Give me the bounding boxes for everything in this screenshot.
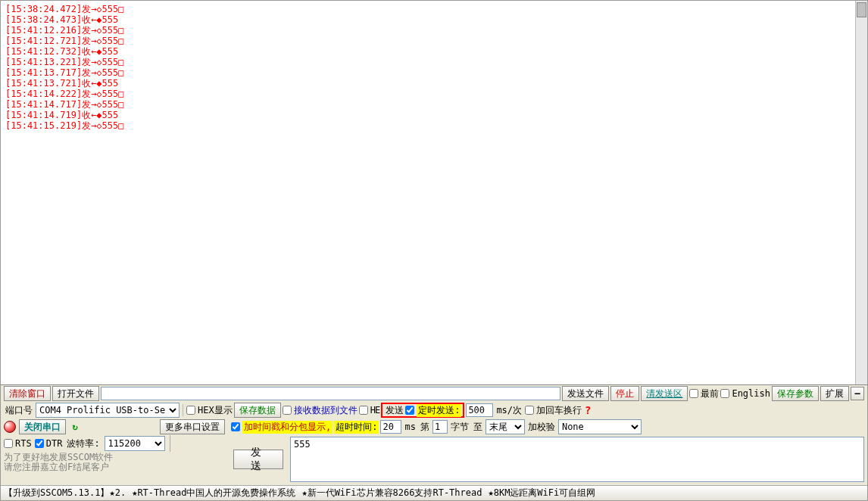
toolbar-row-3: 关闭串口 ↻ 更多串口设置 (1, 419, 228, 435)
status-bar: 【升级到SSCOM5.13.1】★2. ★RT-Thread中国人的开源免费操作… (1, 485, 867, 500)
stop-button[interactable]: 停止 (610, 386, 639, 401)
topmost-checkbox[interactable]: 最前 (689, 387, 719, 400)
port-label: 端口号 (4, 404, 34, 417)
send-period-input[interactable] (466, 403, 493, 417)
end-combo[interactable]: 末尾 (486, 419, 525, 434)
collapse-button[interactable]: — (851, 387, 864, 400)
nth-label: 第 (419, 421, 431, 434)
expand-button[interactable]: 扩展 (820, 386, 849, 401)
control-panel: 清除窗口 打开文件 发送文件 停止 清发送区 最前 English 保存参数 扩… (1, 384, 867, 485)
help-icon[interactable]: ? (583, 404, 591, 416)
status-upgrade[interactable]: 【升级到SSCOM5.13.1】★2. (4, 487, 126, 499)
more-settings-button[interactable]: 更多串口设置 (160, 419, 225, 434)
timeout-label: 超时时间: (334, 421, 379, 434)
send-word: 发送 (384, 404, 405, 417)
scrollbar-vertical[interactable] (855, 1, 867, 384)
serial-log[interactable]: [15:38:24.472]发→◇555□ [15:38:24.473]收←◆5… (1, 1, 867, 384)
byte-label: 字节 (449, 421, 470, 434)
period-unit: ms/次 (495, 404, 523, 417)
file-path-input[interactable] (101, 387, 560, 400)
port-combo[interactable]: COM4 Prolific USB-to-Seria (36, 403, 180, 418)
toolbar-row-4: RTS DTR 波特率: 115200 (1, 435, 228, 452)
hex-display-checkbox[interactable]: HEX显示 (186, 404, 233, 417)
save-params-button[interactable]: 保存参数 (772, 386, 819, 401)
highlight-timed-send: 发送 定时发送: (381, 403, 464, 418)
timestamp-checkbox[interactable]: 加时间戳和分包显示, (231, 421, 333, 434)
nth-input[interactable] (432, 420, 448, 434)
baud-combo[interactable]: 115200 (105, 436, 165, 451)
clear-window-button[interactable]: 清除窗口 (4, 386, 51, 401)
send-file-button[interactable]: 发送文件 (562, 386, 609, 401)
english-checkbox[interactable]: English (720, 388, 770, 399)
status-rtthread[interactable]: ★RT-Thread中国人的开源免费操作系统 (132, 487, 295, 499)
timestamp-row: 加时间戳和分包显示, 超时时间: ms 第 字节 至 末尾 加校验 None (228, 419, 867, 435)
open-file-button[interactable]: 打开文件 (52, 386, 99, 401)
app-window: [15:38:24.472]发→◇555□ [15:38:24.473]收←◆5… (0, 0, 868, 501)
timed-send-checkbox[interactable]: 定时发送: (405, 404, 461, 417)
toolbar-row-2: 端口号 COM4 Prolific USB-to-Seria HEX显示 保存数… (1, 402, 867, 419)
dtr-checkbox[interactable]: DTR (35, 438, 63, 449)
send-textarea[interactable] (290, 437, 864, 482)
close-port-button[interactable]: 关闭串口 (19, 419, 66, 434)
status-8km[interactable]: ★8KM远距离WiFi可自组网 (488, 487, 595, 499)
promo-note: 为了更好地发展SSCOM软件 请您注册嘉立创F结尾客户 (1, 452, 228, 473)
checksum-combo[interactable]: None (558, 419, 642, 434)
recv-to-file-checkbox[interactable]: 接收数据到文件 (283, 404, 358, 417)
clear-send-area-button[interactable]: 清发送区 (641, 386, 688, 401)
toolbar-row-1: 清除窗口 打开文件 发送文件 停止 清发送区 最前 English 保存参数 扩… (1, 385, 867, 402)
baud-label: 波特率: (65, 437, 101, 450)
status-wifi[interactable]: ★新一代WiFi芯片兼容8266支持RT-Thread (301, 487, 482, 499)
left-column: 关闭串口 ↻ 更多串口设置 RTS DTR 波特率: 115200 为了更好地发… (1, 419, 228, 484)
scrollbar-thumb[interactable] (857, 2, 866, 17)
save-data-button[interactable]: 保存数据 (234, 403, 281, 418)
timeout-input[interactable] (380, 420, 401, 434)
hex-send-checkbox[interactable]: HE (359, 405, 379, 415)
to-label: 至 (472, 421, 484, 434)
timeout-unit: ms (403, 422, 417, 432)
append-crlf-checkbox[interactable]: 加回车换行 (525, 404, 582, 417)
rts-checkbox[interactable]: RTS (4, 438, 32, 449)
send-button[interactable]: 发 送 (233, 450, 283, 469)
record-icon (4, 421, 16, 433)
add-checksum-label: 加校验 (526, 421, 557, 434)
reload-icon[interactable]: ↻ (69, 421, 81, 433)
